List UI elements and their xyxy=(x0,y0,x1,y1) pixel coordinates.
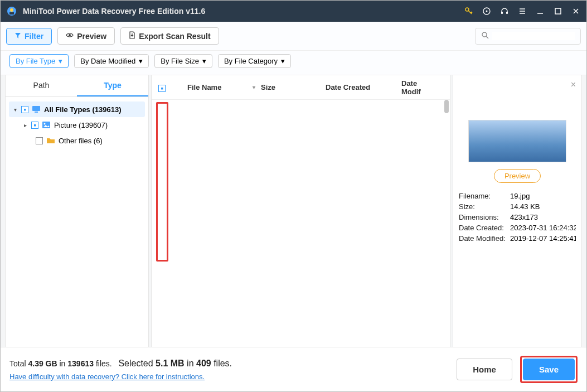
toolbar: Filter Preview Export Scan Result xyxy=(1,22,586,51)
filter-row: By File Type▾ By Date Modified▾ By File … xyxy=(1,51,586,75)
footer-stats: Total 4.39 GB in 139613 files. Selected … xyxy=(9,359,232,381)
filter-by-type-label: By File Type xyxy=(16,57,55,65)
meta-filename-k: Filename: xyxy=(459,192,510,200)
funnel-icon xyxy=(14,32,21,41)
folder-icon xyxy=(46,136,55,145)
svg-point-10 xyxy=(482,32,487,37)
svg-point-2 xyxy=(10,8,13,12)
chevron-down-icon: ▾ xyxy=(202,57,206,65)
annotation-box: Save xyxy=(520,356,578,383)
filter-by-date[interactable]: By Date Modified▾ xyxy=(74,54,149,68)
disc-icon[interactable] xyxy=(482,6,492,16)
svg-rect-6 xyxy=(501,12,503,14)
header-checkbox[interactable] xyxy=(158,85,166,92)
window-title: MiniTool Power Data Recovery Free Editio… xyxy=(23,7,464,16)
meta-size-k: Size: xyxy=(459,202,510,211)
chevron-down-icon: ▾ xyxy=(59,57,62,65)
title-bar: MiniTool Power Data Recovery Free Editio… xyxy=(1,1,586,22)
svg-rect-7 xyxy=(506,12,508,14)
chevron-right-icon: ▸ xyxy=(21,122,29,128)
preview-open-button[interactable]: Preview xyxy=(494,169,541,183)
chevron-down-icon: ▾ xyxy=(281,57,285,65)
main-area: Path Type ▾ All File Types (139613) ▸ Pi… xyxy=(1,75,586,366)
tree-other[interactable]: Other files (6) xyxy=(9,133,145,148)
preview-image xyxy=(468,120,566,162)
tree-all-types[interactable]: ▾ All File Types (139613) xyxy=(9,101,145,117)
tree-picture[interactable]: ▸ Picture (139607) xyxy=(9,117,145,133)
preview-button[interactable]: Preview xyxy=(57,27,115,45)
tab-type[interactable]: Type xyxy=(77,75,148,96)
filter-button[interactable]: Filter xyxy=(6,28,52,45)
preview-panel: × Preview Filename:19.jpg Size:14.43 KB … xyxy=(453,75,582,366)
filter-by-size-label: By File Size xyxy=(161,57,199,65)
export-button[interactable]: Export Scan Result xyxy=(120,27,219,45)
meta-modified-k: Date Modified: xyxy=(459,234,510,243)
checkbox-empty[interactable] xyxy=(36,137,43,144)
col-modified[interactable]: Date Modif xyxy=(401,79,438,96)
maximize-icon[interactable] xyxy=(553,6,563,16)
meta-modified-v: 2019-12-07 14:25:41 xyxy=(510,234,576,243)
checkbox-mixed[interactable] xyxy=(31,122,38,129)
filter-by-date-label: By Date Modified xyxy=(80,57,135,65)
search-input[interactable] xyxy=(492,32,575,40)
meta-created-v: 2023-07-31 16:24:32 xyxy=(510,224,576,232)
tree-picture-label: Picture (139607) xyxy=(54,121,108,129)
export-icon xyxy=(129,31,135,41)
svg-rect-1 xyxy=(9,12,14,14)
col-created[interactable]: Date Created xyxy=(326,83,401,91)
tree-other-label: Other files (6) xyxy=(59,137,103,145)
picture-icon xyxy=(42,120,51,129)
svg-rect-13 xyxy=(42,122,50,128)
meta-size-v: 14.43 KB xyxy=(510,202,576,211)
meta-filename-v: 19.jpg xyxy=(510,192,576,200)
chevron-down-icon: ▾ xyxy=(139,57,143,65)
preview-label: Preview xyxy=(77,32,106,41)
search-box[interactable] xyxy=(475,28,581,45)
svg-rect-12 xyxy=(35,112,38,113)
close-icon[interactable]: × xyxy=(571,80,576,90)
meta-dim-v: 423x173 xyxy=(510,213,576,221)
svg-rect-8 xyxy=(555,8,561,14)
svg-point-14 xyxy=(44,123,46,125)
save-button[interactable]: Save xyxy=(523,359,575,380)
col-name[interactable]: File Name▾ xyxy=(187,83,261,91)
close-icon[interactable] xyxy=(571,6,581,16)
export-label: Export Scan Result xyxy=(139,32,210,41)
headphones-icon[interactable] xyxy=(499,6,510,16)
col-size[interactable]: Size xyxy=(261,83,326,91)
filter-by-size[interactable]: By File Size▾ xyxy=(154,54,212,68)
minimize-icon[interactable] xyxy=(535,6,545,16)
chevron-down-icon: ▾ xyxy=(11,107,19,113)
svg-point-5 xyxy=(486,11,488,12)
sidebar-tabs: Path Type xyxy=(6,75,148,97)
help-link[interactable]: Have difficulty with data recovery? Clic… xyxy=(9,372,205,381)
sidebar: Path Type ▾ All File Types (139613) ▸ Pi… xyxy=(5,75,149,366)
meta-dim-k: Dimensions: xyxy=(459,213,510,221)
file-grid: File Name▾ Size Date Created Date Modif xyxy=(151,75,450,366)
eye-icon xyxy=(66,31,74,41)
tree-all-label: All File Types (139613) xyxy=(44,105,122,114)
tab-path[interactable]: Path xyxy=(6,75,77,96)
meta-created-k: Date Created: xyxy=(459,224,510,232)
svg-rect-11 xyxy=(32,106,40,111)
search-icon xyxy=(481,31,489,41)
preview-meta: Filename:19.jpg Size:14.43 KB Dimensions… xyxy=(453,183,581,254)
app-logo-icon xyxy=(6,6,17,17)
menu-icon[interactable] xyxy=(517,6,527,16)
filter-by-category-label: By File Category xyxy=(224,57,278,65)
checkbox-mixed[interactable] xyxy=(21,106,28,113)
filter-by-type[interactable]: By File Type▾ xyxy=(9,54,69,68)
tree: ▾ All File Types (139613) ▸ Picture (139… xyxy=(6,97,148,153)
sort-icon: ▾ xyxy=(253,84,261,90)
key-icon[interactable] xyxy=(464,6,474,16)
filter-by-category[interactable]: By File Category▾ xyxy=(218,54,291,68)
scrollbar[interactable] xyxy=(444,100,449,113)
svg-point-9 xyxy=(69,34,71,36)
grid-header: File Name▾ Size Date Created Date Modif xyxy=(152,75,450,100)
filter-label: Filter xyxy=(25,32,43,41)
footer: Total 4.39 GB in 139613 files. Selected … xyxy=(1,347,586,391)
grid-body xyxy=(152,100,450,366)
home-button[interactable]: Home xyxy=(457,359,512,380)
monitor-icon xyxy=(32,105,41,114)
